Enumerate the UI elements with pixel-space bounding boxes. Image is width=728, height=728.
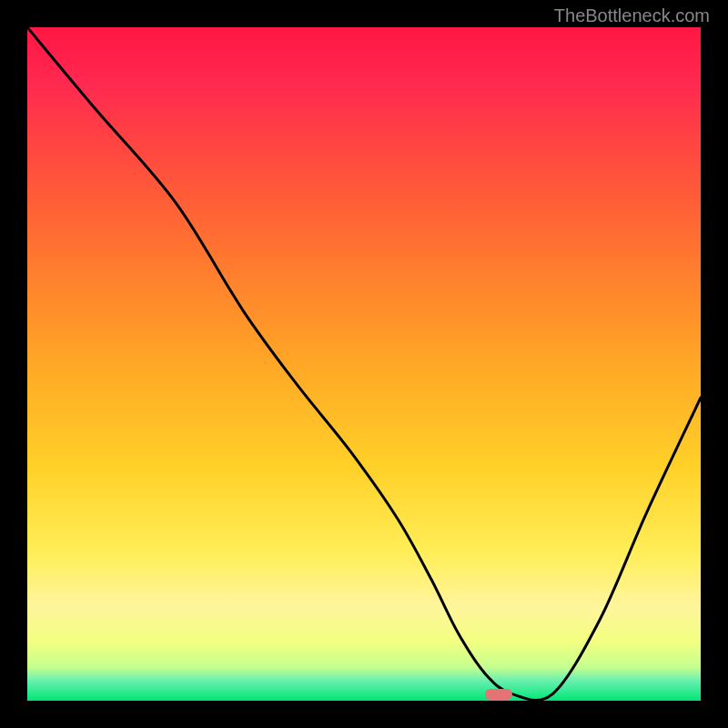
plot-area: [27, 27, 701, 701]
optimal-marker: [485, 689, 512, 700]
bottleneck-curve-path: [27, 27, 701, 701]
watermark-text: TheBottleneck.com: [554, 5, 710, 26]
curve-svg: [27, 27, 701, 701]
